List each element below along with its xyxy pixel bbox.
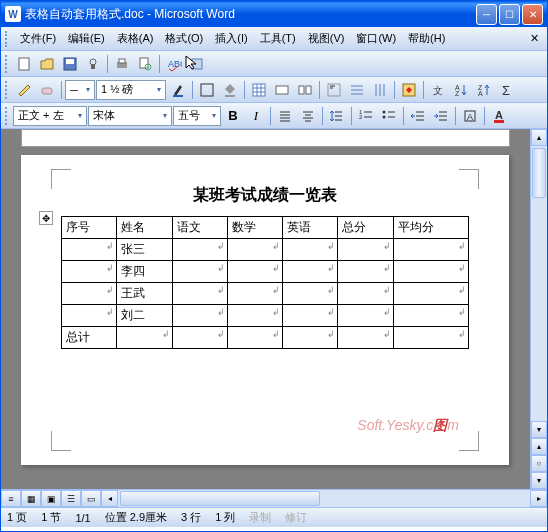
- svg-rect-20: [276, 86, 288, 94]
- horizontal-scrollbar[interactable]: ◂ ▸: [101, 490, 547, 507]
- svg-point-54: [383, 110, 386, 113]
- menu-help[interactable]: 帮助(H): [402, 29, 451, 48]
- scroll-left-icon[interactable]: ◂: [101, 490, 118, 507]
- svg-rect-7: [140, 58, 148, 68]
- sort-desc-icon[interactable]: ZA: [473, 79, 495, 101]
- menu-view[interactable]: 视图(V): [302, 29, 351, 48]
- header-cell: 数学: [227, 217, 282, 239]
- svg-text:A: A: [478, 90, 483, 97]
- draw-table-icon[interactable]: [13, 79, 35, 101]
- align-justify-icon[interactable]: [274, 105, 296, 127]
- sort-asc-icon[interactable]: AZ: [450, 79, 472, 101]
- document-page[interactable]: ✥ 某班考试成绩一览表 序号 姓名 语文 数学 英语 总分 平均分 ↲张三↲↲↲…: [21, 155, 509, 465]
- next-page-icon[interactable]: ▾: [531, 472, 547, 489]
- menu-edit[interactable]: 编辑(E): [62, 29, 111, 48]
- web-view-icon[interactable]: ▦: [21, 490, 41, 507]
- margin-corner: [459, 431, 479, 451]
- align-center-icon[interactable]: [297, 105, 319, 127]
- svg-text:2: 2: [359, 114, 363, 120]
- autoformat-icon[interactable]: [398, 79, 420, 101]
- header-cell: 平均分: [393, 217, 468, 239]
- statusbar: 1 页 1 节 1/1 位置 2.9厘米 3 行 1 列 录制 修订: [1, 507, 547, 527]
- distribute-cols-icon[interactable]: [369, 79, 391, 101]
- insert-table-icon[interactable]: [248, 79, 270, 101]
- toolbar-handle[interactable]: [5, 107, 10, 125]
- minimize-button[interactable]: ─: [476, 4, 497, 25]
- bold-icon[interactable]: B: [222, 105, 244, 127]
- text-direction-icon[interactable]: 文: [427, 79, 449, 101]
- split-cells-icon[interactable]: [294, 79, 316, 101]
- header-cell: 英语: [283, 217, 338, 239]
- svg-point-55: [383, 115, 386, 118]
- svg-rect-6: [119, 59, 125, 63]
- open-icon[interactable]: [36, 53, 58, 75]
- maximize-button[interactable]: ☐: [499, 4, 520, 25]
- outline-view-icon[interactable]: ☰: [61, 490, 81, 507]
- permission-icon[interactable]: [82, 53, 104, 75]
- char-border-icon[interactable]: A: [459, 105, 481, 127]
- status-position: 位置 2.9厘米: [105, 510, 167, 525]
- header-cell: 序号: [62, 217, 117, 239]
- reading-view-icon[interactable]: ▭: [81, 490, 101, 507]
- scroll-thumb[interactable]: [120, 491, 320, 506]
- scroll-down-icon[interactable]: ▾: [531, 421, 547, 438]
- align-top-left-icon[interactable]: [323, 79, 345, 101]
- outside-border-icon[interactable]: [196, 79, 218, 101]
- font-color-icon[interactable]: A: [488, 105, 510, 127]
- menu-format[interactable]: 格式(O): [159, 29, 209, 48]
- status-rev[interactable]: 修订: [285, 510, 307, 525]
- normal-view-icon[interactable]: ≡: [1, 490, 21, 507]
- increase-indent-icon[interactable]: [430, 105, 452, 127]
- prev-page-icon[interactable]: ▴: [531, 438, 547, 455]
- menu-window[interactable]: 窗口(W): [350, 29, 402, 48]
- line-spacing-icon[interactable]: [326, 105, 348, 127]
- close-button[interactable]: ✕: [522, 4, 543, 25]
- save-icon[interactable]: [59, 53, 81, 75]
- distribute-rows-icon[interactable]: [346, 79, 368, 101]
- bullets-icon[interactable]: [378, 105, 400, 127]
- line-style-combo[interactable]: ─▾: [65, 80, 95, 100]
- print-view-icon[interactable]: ▣: [41, 490, 61, 507]
- header-cell: 语文: [172, 217, 227, 239]
- line-weight-combo[interactable]: 1 ½ 磅▾: [96, 80, 166, 100]
- eraser-icon[interactable]: [36, 79, 58, 101]
- toolbar-handle[interactable]: [5, 55, 10, 73]
- table-row: 总计↲↲↲↲↲↲: [62, 327, 469, 349]
- titlebar: W 表格自动套用格式.doc - Microsoft Word ─ ☐ ✕: [1, 1, 547, 27]
- merge-cells-icon[interactable]: [271, 79, 293, 101]
- shading-color-icon[interactable]: [219, 79, 241, 101]
- font-combo[interactable]: 宋体▾: [88, 106, 172, 126]
- table-move-handle[interactable]: ✥: [39, 211, 53, 225]
- print-preview-icon[interactable]: [134, 53, 156, 75]
- window-title: 表格自动套用格式.doc - Microsoft Word: [25, 6, 476, 23]
- new-doc-icon[interactable]: [13, 53, 35, 75]
- numbering-icon[interactable]: 12: [355, 105, 377, 127]
- vertical-scrollbar[interactable]: ▴ ▾ ▴ ○ ▾: [530, 129, 547, 489]
- menu-insert[interactable]: 插入(I): [209, 29, 253, 48]
- decrease-indent-icon[interactable]: [407, 105, 429, 127]
- print-icon[interactable]: [111, 53, 133, 75]
- status-rec[interactable]: 录制: [249, 510, 271, 525]
- menu-tools[interactable]: 工具(T): [254, 29, 302, 48]
- border-color-icon[interactable]: [167, 79, 189, 101]
- scroll-up-icon[interactable]: ▴: [531, 129, 547, 146]
- menu-table[interactable]: 表格(A): [111, 29, 160, 48]
- menu-file[interactable]: 文件(F): [14, 29, 62, 48]
- scroll-thumb[interactable]: [532, 148, 546, 198]
- svg-rect-13: [201, 84, 213, 96]
- spellcheck-icon[interactable]: ABC: [163, 53, 185, 75]
- menu-close-doc[interactable]: ✕: [526, 32, 543, 45]
- scroll-right-icon[interactable]: ▸: [530, 490, 547, 507]
- autosum-icon[interactable]: Σ: [496, 79, 518, 101]
- menubar-handle[interactable]: [5, 31, 10, 47]
- horizontal-ruler[interactable]: [21, 129, 510, 147]
- style-combo[interactable]: 正文 + 左▾: [13, 106, 87, 126]
- grades-table[interactable]: 序号 姓名 语文 数学 英语 总分 平均分 ↲张三↲↲↲↲↲ ↲李四↲↲↲↲↲ …: [61, 216, 469, 349]
- italic-icon[interactable]: I: [245, 105, 267, 127]
- fontsize-combo[interactable]: 五号▾: [173, 106, 221, 126]
- browse-object-icon[interactable]: ○: [531, 455, 547, 472]
- svg-text:A: A: [495, 109, 503, 121]
- toolbar-handle[interactable]: [5, 81, 10, 99]
- document-title[interactable]: 某班考试成绩一览表: [61, 185, 469, 206]
- table-row: ↲张三↲↲↲↲↲: [62, 239, 469, 261]
